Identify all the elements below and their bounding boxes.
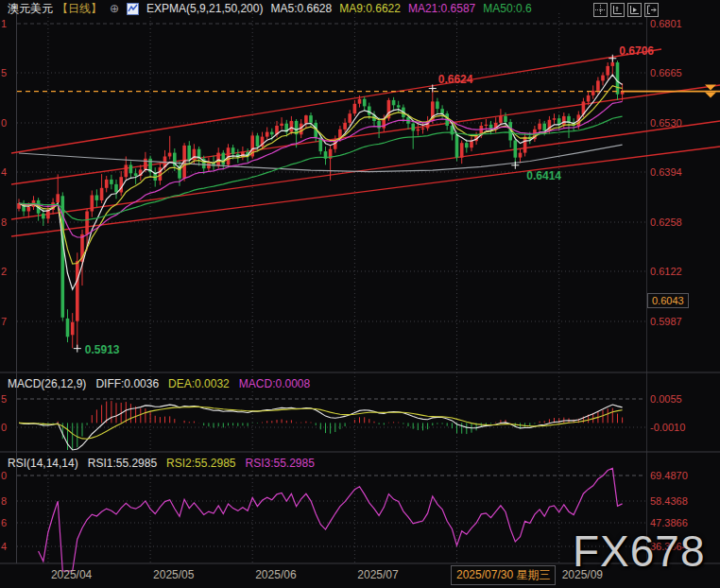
chart-type-icon[interactable]	[127, 3, 139, 15]
price-axis-label: 0.6122	[650, 266, 682, 277]
swing-low-label: 0.6414	[526, 170, 561, 182]
ma50-value: MA50:0.6	[483, 2, 531, 15]
rsi2-value: RSI2:55.2985	[166, 457, 235, 470]
rsi-axis-label: 58.4368	[650, 495, 688, 507]
ma9-value: MA9:0.6622	[339, 2, 401, 15]
left-axis-cut-label: 1	[1, 18, 7, 29]
left-axis-cut-label: 6	[1, 517, 7, 528]
fx678-watermark: FX678	[573, 526, 706, 577]
swing-low-label: 0.5913	[85, 344, 120, 356]
left-axis-cut-label: 2	[1, 266, 7, 277]
month-axis-label: 2025/04	[51, 568, 92, 581]
pan-icon[interactable]	[593, 3, 608, 17]
indicator-name: EXPMA(5,9,21,50,200)	[146, 2, 263, 15]
swing-high-label: 0.6624	[438, 74, 473, 86]
candlestick-chart-canvas[interactable]	[0, 0, 720, 588]
macd-params: MACD(26,12,9)	[8, 377, 86, 390]
chart-header: 澳元美元 【日线】 ⊕ EXPMA(5,9,21,50,200) MA5:0.6…	[8, 2, 532, 15]
rsi-header: RSI(14,14,14) RSI1:55.2985 RSI2:55.2985 …	[8, 457, 315, 470]
left-axis-cut-label: 5	[1, 393, 7, 405]
symbol-name: 澳元美元	[8, 2, 53, 15]
left-axis-cut-label: 8	[1, 495, 7, 507]
price-axis-label: 0.6801	[650, 18, 682, 29]
month-axis-label: 2025/06	[255, 568, 296, 581]
axis-scale-icon[interactable]	[627, 3, 642, 17]
swing-high-label: 0.6706	[619, 45, 654, 58]
macd-axis-label: -0.0010	[650, 422, 685, 433]
left-axis-cut-label: 7	[1, 316, 7, 327]
month-axis-label: 2025/07	[357, 568, 398, 581]
ma21-value: MA21:0.6587	[408, 2, 475, 15]
price-axis-label: 0.6258	[650, 216, 682, 228]
left-axis-cut-label: 0	[1, 117, 7, 129]
timeframe-selector[interactable]: 【日线】	[57, 2, 102, 15]
price-axis-label: 0.6530	[650, 117, 682, 129]
ma5-value: MA5:0.6628	[270, 2, 332, 15]
left-axis-cut-label: 4	[1, 166, 7, 178]
rsi3-value: RSI3:55.2985	[246, 457, 315, 470]
selected-date-label: 2025/07/30 星期三	[451, 565, 556, 585]
left-axis-cut-label: 0	[1, 422, 7, 433]
add-indicator-icon[interactable]: ⊕	[110, 2, 119, 15]
price-axis-label: 0.6394	[650, 166, 682, 178]
macd-dea-value: DEA:0.0032	[168, 377, 230, 390]
macd-header: MACD(26,12,9) DIFF:0.0036 DEA:0.0032 MAC…	[8, 377, 310, 390]
left-axis-cut-label: 0	[1, 470, 7, 481]
marked-price-label: 0.6043	[647, 293, 689, 308]
expand-right-icon[interactable]	[644, 3, 659, 17]
macd-axis-label: 0.0055	[650, 393, 682, 405]
macd-macd-value: MACD:0.0008	[239, 377, 310, 390]
rsi1-value: RSI1:55.2985	[88, 457, 157, 470]
price-axis-label: 0.5987	[650, 316, 682, 327]
price-axis-label: 0.6665	[650, 67, 682, 78]
month-axis-label: 2025/05	[153, 568, 194, 581]
left-axis-cut-label: 4	[1, 541, 7, 552]
macd-diff-value: DIFF:0.0036	[95, 377, 159, 390]
rsi-params: RSI(14,14,14)	[8, 457, 78, 470]
left-axis-cut-label: 8	[1, 216, 7, 228]
chart-toolbar	[593, 3, 659, 17]
axis-zoom-icon[interactable]	[610, 3, 625, 17]
left-axis-cut-label: 5	[1, 67, 7, 78]
rsi-axis-label: 69.4870	[650, 470, 688, 481]
chart-app: 澳元美元 【日线】 ⊕ EXPMA(5,9,21,50,200) MA5:0.6…	[0, 0, 720, 588]
